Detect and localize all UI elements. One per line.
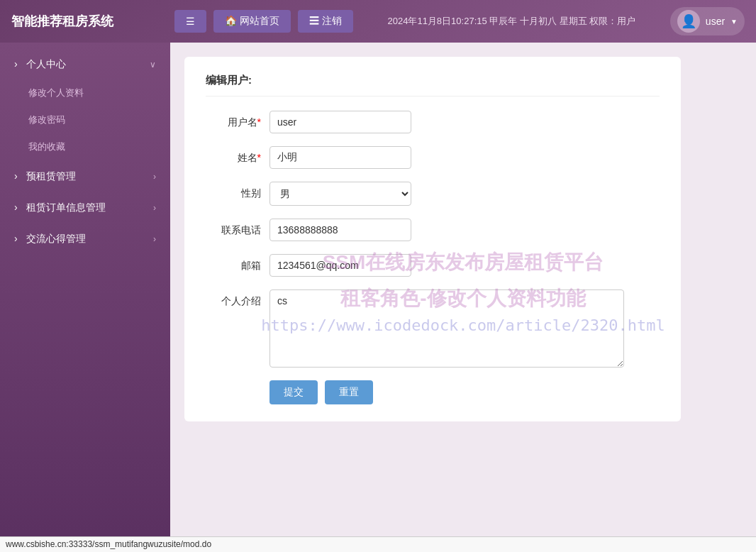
expand-arrow-prerental: ›	[153, 172, 156, 182]
form-title: 编辑用户:	[206, 74, 660, 96]
sidebar-section-label-exchange: › 交流心得管理	[14, 233, 86, 245]
sidebar-section-header-prerental[interactable]: › 预租赁管理 ›	[0, 162, 170, 192]
user-dropdown-arrow: ▼	[730, 18, 738, 26]
sidebar: › 个人中心 ∨ 修改个人资料 修改密码 我的收藏 › 预租赁管理 ›	[0, 43, 170, 552]
sidebar-section-label-personal: › 个人中心	[14, 58, 66, 71]
sidebar-item-edit-profile[interactable]: 修改个人资料	[0, 79, 170, 106]
bio-label: 个人介绍	[206, 289, 269, 308]
sidebar-section-header-rental[interactable]: › 租赁订单信息管理 ›	[0, 193, 170, 223]
gender-select[interactable]: 男 女	[269, 182, 411, 206]
username-display: user	[706, 16, 725, 27]
status-bar: www.csbishe.cn:33333/ssm_mutifangwuzusit…	[0, 536, 756, 552]
realname-input[interactable]	[269, 146, 411, 169]
gender-row: 性别 男 女	[206, 182, 660, 206]
datetime-display: 2024年11月8日10:27:15 甲辰年 十月初八 星期五 权限：用户	[353, 15, 670, 28]
sidebar-section-header-exchange[interactable]: › 交流心得管理 ›	[0, 224, 170, 254]
logout-button[interactable]: ☰ 注销	[298, 10, 353, 33]
gender-label: 性别	[206, 182, 269, 200]
bio-row: 个人介绍 cs	[206, 289, 660, 368]
chevron-right-icon4: ›	[14, 233, 18, 244]
user-area[interactable]: 👤 user ▼	[670, 7, 745, 35]
sidebar-section-personal: › 个人中心 ∨ 修改个人资料 修改密码 我的收藏	[0, 50, 170, 160]
chevron-right-icon3: ›	[14, 202, 18, 213]
sidebar-item-favorites[interactable]: 我的收藏	[0, 133, 170, 160]
expand-arrow-exchange: ›	[153, 234, 156, 244]
email-row: 邮箱	[206, 254, 660, 277]
main-content: 编辑用户: 用户名* 姓名* 性别 男	[170, 43, 756, 552]
nav-buttons: ☰ 🏠 网站首页 ☰ 注销	[174, 10, 353, 33]
avatar: 👤	[677, 10, 700, 33]
required-mark-username: *	[257, 116, 261, 128]
header: 智能推荐租房系统 ☰ 🏠 网站首页 ☰ 注销 2024年11月8日10:27:1…	[0, 0, 756, 43]
email-label: 邮箱	[206, 254, 269, 272]
sidebar-section-rental: › 租赁订单信息管理 ›	[0, 193, 170, 223]
bio-textarea[interactable]: cs	[269, 289, 624, 368]
realname-label: 姓名*	[206, 146, 269, 165]
menu-toggle-button[interactable]: ☰	[174, 10, 206, 33]
sidebar-section-exchange: › 交流心得管理 ›	[0, 224, 170, 254]
expand-arrow-rental: ›	[153, 203, 156, 213]
username-label: 用户名*	[206, 111, 269, 129]
chevron-right-icon: ›	[14, 58, 18, 70]
required-mark-realname: *	[257, 152, 261, 163]
phone-row: 联系电话	[206, 219, 660, 241]
layout: › 个人中心 ∨ 修改个人资料 修改密码 我的收藏 › 预租赁管理 ›	[0, 43, 756, 552]
home-button[interactable]: 🏠 网站首页	[213, 10, 291, 33]
username-input[interactable]	[269, 111, 411, 133]
edit-user-form-card: 编辑用户: 用户名* 姓名* 性别 男	[184, 57, 681, 421]
sidebar-section-header-personal[interactable]: › 个人中心 ∨	[0, 50, 170, 79]
phone-input[interactable]	[269, 219, 411, 241]
email-input[interactable]	[269, 254, 411, 277]
status-url: www.csbishe.cn:33333/ssm_mutifangwuzusit…	[6, 539, 211, 549]
reset-button[interactable]: 重置	[325, 380, 373, 404]
app-logo: 智能推荐租房系统	[11, 13, 167, 30]
form-buttons: 提交 重置	[269, 380, 660, 404]
realname-row: 姓名*	[206, 146, 660, 169]
sidebar-section-label-rental: › 租赁订单信息管理	[14, 202, 106, 214]
expand-arrow-personal: ∨	[150, 60, 156, 70]
phone-label: 联系电话	[206, 219, 269, 237]
sidebar-item-change-password[interactable]: 修改密码	[0, 106, 170, 133]
username-row: 用户名*	[206, 111, 660, 133]
chevron-right-icon2: ›	[14, 170, 18, 182]
sidebar-section-prerental: › 预租赁管理 ›	[0, 162, 170, 192]
submit-button[interactable]: 提交	[269, 380, 318, 404]
sidebar-section-label-prerental: › 预租赁管理	[14, 170, 76, 183]
